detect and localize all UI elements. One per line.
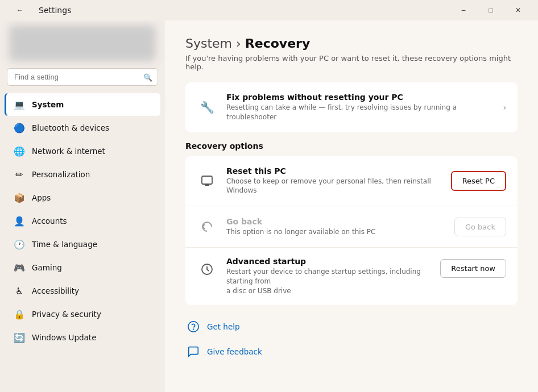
app-title: Settings [39, 6, 71, 15]
go-back-button[interactable]: Go back [454, 218, 506, 236]
window-controls: – □ ✕ [450, 2, 531, 19]
sidebar-item-privacy[interactable]: 🔒 Privacy & security [5, 303, 160, 326]
go-back-text: Go back This option is no longer availab… [226, 217, 445, 237]
get-help-label: Get help [207, 322, 240, 331]
sidebar-item-time[interactable]: 🕐 Time & language [5, 233, 160, 256]
svg-rect-0 [202, 176, 212, 184]
advanced-startup-row[interactable]: Advanced startup Restart your device to … [185, 247, 518, 305]
fix-text: Fix problems without resetting your PC R… [226, 93, 494, 122]
gaming-label: Gaming [32, 263, 62, 272]
go-back-subtitle: This option is no longer available on th… [226, 227, 445, 237]
sidebar-item-accounts[interactable]: 👤 Accounts [5, 210, 160, 232]
network-icon: 🌐 [14, 145, 25, 157]
reset-pc-title: Reset this PC [226, 166, 442, 176]
sidebar-item-accessibility[interactable]: ♿ Accessibility [5, 280, 160, 302]
sidebar-item-personalization[interactable]: ✏️ Personalization [5, 163, 160, 186]
sidebar-item-network[interactable]: 🌐 Network & internet [5, 140, 160, 162]
sidebar-item-update[interactable]: 🔄 Windows Update [5, 326, 160, 349]
close-button[interactable]: ✕ [505, 2, 531, 19]
personalization-icon: ✏️ [14, 169, 25, 180]
accounts-icon: 👤 [14, 215, 25, 227]
go-back-icon [197, 216, 217, 237]
personalization-label: Personalization [32, 170, 90, 179]
restart-now-button[interactable]: Restart now [440, 259, 506, 278]
content-area: System › Recovery If you're having probl… [165, 20, 538, 392]
sidebar-item-gaming[interactable]: 🎮 Gaming [5, 256, 160, 279]
feedback-icon [185, 344, 201, 360]
reset-pc-icon [197, 170, 217, 191]
sidebar-item-system[interactable]: 💻 System [5, 93, 160, 116]
give-feedback-link[interactable]: Give feedback [185, 339, 518, 364]
accessibility-icon: ♿ [14, 285, 25, 297]
svg-point-5 [193, 329, 194, 330]
time-label: Time & language [32, 240, 97, 249]
user-avatar [9, 25, 156, 61]
svg-point-4 [188, 321, 198, 331]
fix-problems-card: 🔧 Fix problems without resetting your PC… [185, 82, 518, 132]
privacy-icon: 🔒 [14, 308, 25, 320]
network-label: Network & internet [32, 147, 105, 156]
maximize-button[interactable]: □ [478, 2, 504, 19]
apps-icon: 📦 [14, 192, 25, 203]
bluetooth-icon: 🔵 [14, 122, 25, 134]
title-bar-left: ← Settings [7, 2, 71, 19]
fix-chevron: › [503, 103, 506, 112]
apps-label: Apps [32, 193, 51, 202]
breadcrumb: System › Recovery [185, 36, 518, 51]
links-section: Get help Give feedback [185, 314, 518, 364]
reset-pc-text: Reset this PC Choose to keep or remove y… [226, 166, 442, 196]
gaming-icon: 🎮 [14, 262, 25, 273]
accessibility-label: Accessibility [32, 286, 79, 295]
update-icon: 🔄 [14, 332, 25, 343]
system-icon: 💻 [14, 99, 25, 110]
search-input[interactable] [7, 68, 158, 86]
time-icon: 🕐 [14, 239, 25, 250]
advanced-startup-text: Advanced startup Restart your device to … [226, 257, 431, 295]
fix-problems-row[interactable]: 🔧 Fix problems without resetting your PC… [185, 82, 518, 132]
go-back-title: Go back [226, 217, 445, 226]
minimize-button[interactable]: – [450, 2, 477, 19]
recovery-options-label: Recovery options [185, 141, 518, 151]
reset-pc-button[interactable]: Reset PC [451, 171, 506, 191]
reset-pc-subtitle: Choose to keep or remove your personal f… [226, 177, 442, 196]
privacy-label: Privacy & security [32, 310, 101, 319]
page-description: If you're having problems with your PC o… [185, 54, 518, 71]
search-container: 🔍 [7, 68, 158, 86]
recovery-options-card: Reset this PC Choose to keep or remove y… [185, 156, 518, 305]
advanced-startup-icon [197, 259, 217, 280]
advanced-startup-subtitle: Restart your device to change startup se… [226, 267, 431, 295]
fix-icon: 🔧 [197, 97, 217, 118]
bluetooth-label: Bluetooth & devices [32, 123, 109, 132]
get-help-icon [185, 319, 201, 335]
sidebar: 🔍 💻 System 🔵 Bluetooth & devices 🌐 Netwo… [0, 20, 165, 392]
sidebar-nav: 💻 System 🔵 Bluetooth & devices 🌐 Network… [0, 93, 165, 349]
app-body: 🔍 💻 System 🔵 Bluetooth & devices 🌐 Netwo… [0, 20, 538, 392]
title-bar: ← Settings – □ ✕ [0, 0, 538, 20]
system-label: System [32, 100, 64, 109]
page-header: System › Recovery If you're having probl… [185, 36, 518, 71]
search-icon: 🔍 [143, 73, 152, 81]
back-button[interactable]: ← [7, 2, 33, 19]
get-help-link[interactable]: Get help [185, 314, 518, 339]
advanced-startup-title: Advanced startup [226, 257, 431, 266]
update-label: Windows Update [32, 333, 96, 342]
fix-subtitle: Resetting can take a while — first, try … [226, 103, 494, 122]
sidebar-item-bluetooth[interactable]: 🔵 Bluetooth & devices [5, 116, 160, 139]
go-back-row[interactable]: Go back This option is no longer availab… [185, 206, 518, 247]
sidebar-item-apps[interactable]: 📦 Apps [5, 186, 160, 209]
feedback-label: Give feedback [207, 347, 262, 356]
fix-title: Fix problems without resetting your PC [226, 93, 494, 102]
reset-pc-row[interactable]: Reset this PC Choose to keep or remove y… [185, 156, 518, 206]
accounts-label: Accounts [32, 216, 67, 226]
